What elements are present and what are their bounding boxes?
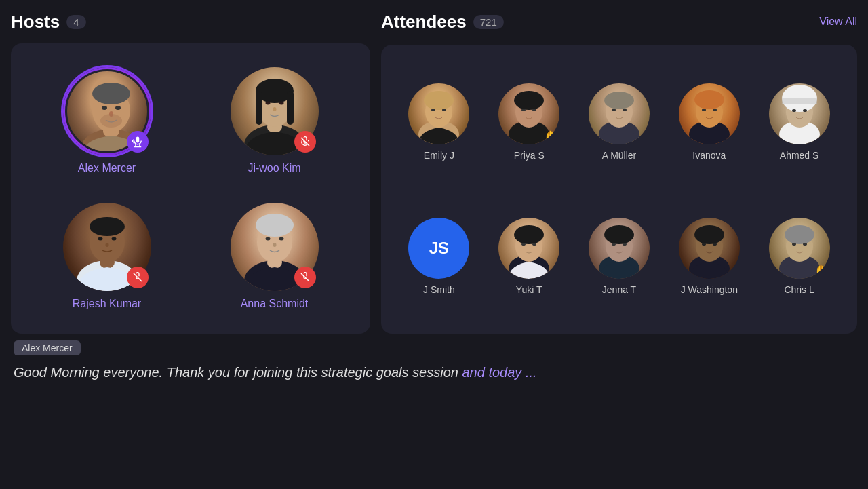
svg-point-70 <box>521 243 526 246</box>
attendee-avatar-chrisl: ✋ <box>769 218 830 279</box>
attendees-left: Attendees 721 <box>381 12 504 33</box>
svg-point-28 <box>90 217 125 236</box>
svg-rect-20 <box>287 91 294 125</box>
hosts-header: Hosts 4 <box>11 8 370 35</box>
attendee-item-priya: ✋ Priya S <box>488 83 571 161</box>
svg-point-86 <box>803 243 807 246</box>
hosts-count-badge: 4 <box>66 15 85 29</box>
attendees-header: Attendees 721 View All <box>381 8 857 35</box>
attendee-item-jsmith: JS J Smith <box>397 218 481 295</box>
svg-point-23 <box>273 107 276 111</box>
svg-point-79 <box>694 225 724 244</box>
attendee-name-priya: Priya S <box>514 150 545 161</box>
host-name-alex: Alex Mercer <box>78 162 136 174</box>
attendees-count-badge: 721 <box>473 15 504 29</box>
attendee-avatar-muller <box>589 83 650 144</box>
attendee-item-ahmed: Ahmed S <box>757 83 841 161</box>
svg-point-74 <box>604 225 634 244</box>
svg-point-45 <box>442 109 446 111</box>
hosts-title: Hosts <box>11 12 60 33</box>
reaction-chrisl: ✋ <box>814 265 829 277</box>
svg-point-29 <box>98 237 102 241</box>
svg-point-59 <box>702 109 706 111</box>
svg-point-31 <box>105 243 108 247</box>
attendee-avatar-emily <box>408 83 469 144</box>
host-avatar-wrap-alex <box>63 67 151 155</box>
svg-point-38 <box>279 237 283 241</box>
attendee-item-chrisl: ✋ Chris L <box>757 218 841 295</box>
svg-point-54 <box>612 109 616 111</box>
svg-rect-64 <box>782 98 817 104</box>
host-avatar-wrap-jiwoo <box>231 67 319 155</box>
svg-point-43 <box>424 91 454 110</box>
transcript-panel: Alex Mercer Good Morning everyone. Thank… <box>11 340 857 481</box>
transcript-highlight: and today ... <box>462 365 536 380</box>
attendee-avatar-ivanova <box>679 83 740 144</box>
attendee-item-ivanova: Ivanova <box>667 83 751 161</box>
svg-point-37 <box>265 237 270 241</box>
attendee-name-jwash: J Washington <box>681 284 738 295</box>
speaker-badge: Alex Mercer <box>14 340 81 355</box>
attendees-grid: Emily J ✋ Priya S <box>381 45 857 334</box>
host-item-rajesh: Rajesh Kumar <box>27 193 186 320</box>
svg-point-3 <box>92 83 130 104</box>
svg-point-75 <box>612 243 616 246</box>
svg-point-49 <box>521 109 526 111</box>
svg-point-84 <box>785 225 814 244</box>
svg-rect-8 <box>136 137 139 143</box>
svg-point-80 <box>702 243 706 246</box>
transcript-before: Good Morning everyone. Thank you for joi… <box>14 365 462 380</box>
host-name-rajesh: Rajesh Kumar <box>73 298 141 310</box>
attendee-avatar-jsmith: JS <box>408 218 469 279</box>
svg-rect-19 <box>256 91 262 125</box>
svg-line-40 <box>301 273 309 281</box>
attendee-name-jsmith: J Smith <box>423 284 455 295</box>
attendee-item-jwashington: J Washington <box>667 218 751 295</box>
attendee-avatar-jwash <box>679 218 740 279</box>
svg-point-53 <box>604 92 634 109</box>
svg-point-76 <box>623 243 627 246</box>
right-panel: Attendees 721 View All <box>381 8 857 334</box>
host-avatar-wrap-anna <box>231 203 319 291</box>
attendee-avatar-yuki <box>498 218 559 279</box>
svg-point-4 <box>102 106 107 110</box>
host-item-alex: Alex Mercer <box>27 57 186 184</box>
svg-point-44 <box>431 109 435 111</box>
attendee-item-muller: A Müller <box>578 83 661 161</box>
attendee-item-emily: Emily J <box>397 83 481 161</box>
svg-point-58 <box>694 90 724 109</box>
hosts-panel: Hosts 4 <box>11 8 370 334</box>
svg-point-50 <box>532 109 536 111</box>
svg-point-71 <box>532 243 536 246</box>
view-all-button[interactable]: View All <box>819 16 857 28</box>
svg-point-39 <box>273 243 276 247</box>
attendee-name-yuki: Yuki T <box>516 284 542 295</box>
svg-point-22 <box>279 102 283 105</box>
host-name-jiwoo: Ji-woo Kim <box>248 162 300 174</box>
host-name-anna: Anna Schmidt <box>241 298 309 310</box>
mic-muted-icon-jiwoo <box>294 131 316 153</box>
mic-muted-icon-anna <box>294 267 316 288</box>
svg-point-21 <box>265 102 270 105</box>
attendee-item-jenna: Jenna T <box>578 218 661 295</box>
attendees-title: Attendees <box>381 12 467 33</box>
svg-point-5 <box>115 106 121 110</box>
attendee-name-jenna: Jenna T <box>602 284 636 295</box>
attendee-name-ahmed: Ahmed S <box>780 150 819 161</box>
attendee-name-emily: Emily J <box>424 150 454 161</box>
svg-point-85 <box>792 243 796 246</box>
mic-muted-icon-rajesh <box>127 267 149 288</box>
host-item-jiwoo: Ji-woo Kim <box>195 57 354 184</box>
attendee-item-yuki: Yuki T <box>488 218 571 295</box>
host-item-anna: Anna Schmidt <box>195 193 354 320</box>
reaction-priya: ✋ <box>543 131 558 143</box>
svg-point-48 <box>514 91 544 110</box>
attendee-avatar-jenna <box>589 218 650 279</box>
transcript-text: Good Morning everyone. Thank you for joi… <box>14 362 854 383</box>
svg-point-69 <box>514 225 544 244</box>
svg-point-55 <box>623 109 627 111</box>
attendee-name-muller: A Müller <box>602 150 637 161</box>
attendee-avatar-priya: ✋ <box>498 83 559 144</box>
svg-point-81 <box>713 243 717 246</box>
attendee-avatar-ahmed <box>769 83 830 144</box>
